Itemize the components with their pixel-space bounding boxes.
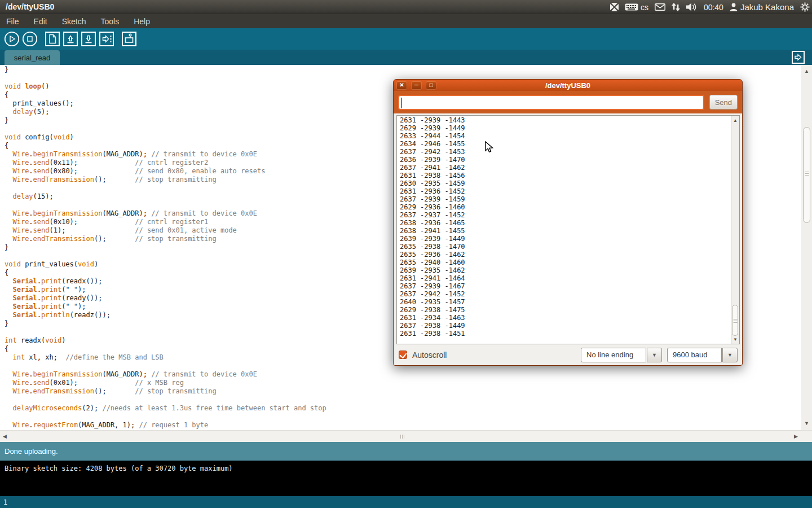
- verify-button[interactable]: [3, 30, 20, 47]
- volume-icon[interactable]: [686, 3, 698, 11]
- serial-monitor-title: /dev/ttyUSB0: [394, 81, 742, 90]
- menu-item-edit[interactable]: Edit: [34, 17, 47, 26]
- line-indicator: 1: [3, 498, 7, 506]
- session-gear-icon[interactable]: [800, 2, 810, 12]
- serial-monitor-body: 2631 -2939 -1443 2629 -2939 -1449 2633 -…: [394, 113, 742, 365]
- autoscroll-checkbox[interactable]: [399, 351, 407, 359]
- line-ending-select[interactable]: No line ending ▼: [581, 348, 662, 362]
- maximize-icon[interactable]: □: [426, 81, 436, 90]
- menu-item-file[interactable]: File: [6, 17, 19, 26]
- stop-icon: [22, 31, 38, 47]
- tab-menu-arrow-icon: [792, 51, 805, 64]
- editor-horizontal-scrollbar[interactable]: ◀ ▶: [0, 430, 812, 442]
- username-label[interactable]: Jakub Kakona: [740, 2, 794, 12]
- build-console: Binary sketch size: 4208 bytes (of a 307…: [0, 461, 812, 496]
- serial-monitor-titlebar[interactable]: ✕ ─ □ /dev/ttyUSB0: [394, 80, 742, 91]
- desktop: /dev/ttyUSB0 cs: [0, 0, 812, 508]
- new-sketch-button[interactable]: [44, 30, 61, 47]
- save-icon: [81, 32, 96, 46]
- network-updown-icon[interactable]: [672, 3, 680, 11]
- chevron-down-icon[interactable]: ▼: [722, 348, 738, 362]
- user-icon: [730, 3, 738, 11]
- open-button[interactable]: [62, 30, 79, 47]
- tab-label: serial_read: [14, 54, 50, 62]
- close-icon[interactable]: ✕: [396, 81, 407, 90]
- menubar: FileEditSketchToolsHelp: [0, 14, 812, 28]
- verify-icon: [4, 31, 20, 47]
- tab-bar: serial_read: [0, 50, 812, 65]
- scroll-right-arrow-icon[interactable]: ▶: [794, 433, 798, 439]
- send-button[interactable]: Send: [709, 95, 738, 110]
- serial-scrollbar-thumb[interactable]: [732, 305, 738, 336]
- serial-output-scrollbar[interactable]: ▲ ▼: [731, 116, 739, 344]
- status-bar: Done uploading.: [0, 442, 812, 461]
- serial-input-row: Send: [394, 91, 742, 113]
- scroll-left-arrow-icon[interactable]: ◀: [3, 433, 7, 439]
- status-message: Done uploading.: [5, 447, 58, 456]
- autoscroll-label: Autoscroll: [412, 351, 447, 360]
- serial-monitor-button[interactable]: [121, 30, 138, 47]
- notes-indicator-icon[interactable]: [610, 3, 619, 11]
- serial-monitor-window: ✕ ─ □ /dev/ttyUSB0 Send 2631 -2939 -1443…: [393, 79, 743, 366]
- mouse-cursor: [485, 141, 494, 156]
- serial-output-text: 2631 -2939 -1443 2629 -2939 -1449 2633 -…: [397, 116, 739, 338]
- toolbar: [0, 28, 812, 50]
- scroll-up-arrow-icon[interactable]: ▲: [731, 118, 739, 123]
- top-panel: /dev/ttyUSB0 cs: [0, 0, 812, 14]
- baud-rate-select[interactable]: 9600 baud ▼: [667, 348, 738, 362]
- clock[interactable]: 00:40: [704, 3, 723, 12]
- mail-envelope-icon[interactable]: [655, 3, 665, 11]
- stop-button[interactable]: [21, 30, 38, 47]
- serial-input[interactable]: [398, 95, 704, 110]
- minimize-icon[interactable]: ─: [411, 81, 422, 90]
- panel-window-title: /dev/ttyUSB0: [6, 2, 54, 11]
- scroll-down-arrow-icon[interactable]: ▼: [731, 337, 739, 342]
- chevron-down-icon[interactable]: ▼: [647, 348, 662, 362]
- keyboard-layout-label[interactable]: cs: [641, 3, 648, 12]
- system-tray: cs 00:40 Jakub Kakona: [610, 0, 810, 14]
- baud-rate-value: 9600 baud: [667, 348, 722, 362]
- text-caret: [401, 98, 402, 108]
- open-icon: [63, 32, 78, 46]
- keyboard-icon[interactable]: [625, 3, 638, 11]
- line-number-strip: 1: [0, 496, 812, 508]
- upload-button[interactable]: [98, 30, 115, 47]
- serial-output-panel: 2631 -2939 -1443 2629 -2939 -1449 2633 -…: [396, 115, 740, 344]
- menu-item-sketch[interactable]: Sketch: [62, 17, 86, 26]
- console-text: Binary sketch size: 4208 bytes (of a 307…: [5, 465, 233, 472]
- new-sketch-icon: [45, 32, 60, 46]
- menu-item-tools[interactable]: Tools: [101, 17, 120, 26]
- save-button[interactable]: [80, 30, 97, 47]
- editor-scrollbar-thumb[interactable]: [803, 127, 810, 223]
- tab-serial-read[interactable]: serial_read: [5, 50, 60, 65]
- serial-monitor-icon: [122, 32, 136, 46]
- editor-vertical-scrollbar[interactable]: ▲ ▼: [801, 65, 812, 430]
- line-ending-value: No line ending: [581, 348, 646, 362]
- scroll-up-arrow-icon[interactable]: ▲: [801, 68, 812, 74]
- scroll-down-arrow-icon[interactable]: ▼: [801, 421, 812, 426]
- menu-item-help[interactable]: Help: [134, 17, 150, 26]
- tab-menu-button[interactable]: [792, 51, 805, 64]
- upload-icon: [99, 32, 114, 46]
- serial-monitor-controls: Autoscroll No line ending ▼ 9600 baud ▼: [396, 344, 740, 365]
